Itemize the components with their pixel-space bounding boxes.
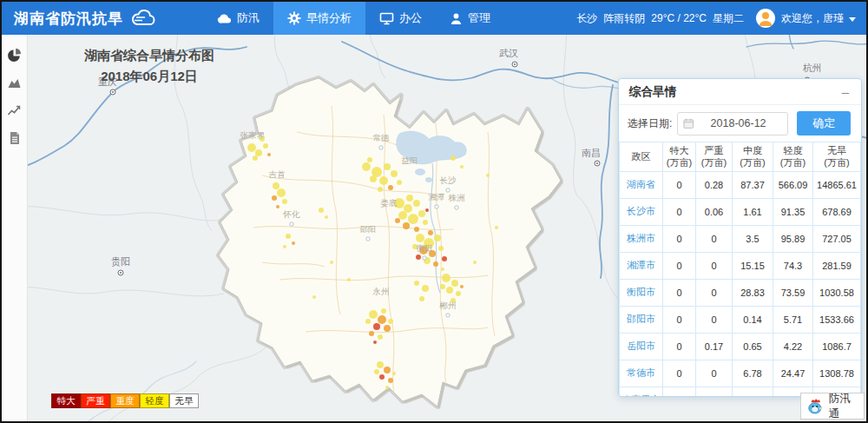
table-header: 政区 特大(万亩) 严重(万亩) 中度(万亩) 轻度(万亩) 无旱(万亩) — [620, 142, 861, 172]
chevron-down-icon[interactable] — [849, 17, 856, 22]
svg-text:湘潭: 湘潭 — [429, 192, 445, 202]
svg-text:株洲: 株洲 — [449, 193, 465, 202]
cell: 0 — [663, 198, 696, 225]
cell: 0 — [663, 171, 696, 198]
app-logo[interactable]: 湖南省防汛抗旱 — [2, 8, 158, 29]
table-row: 湖南省 0 0.28 87.37 566.09 14865.61 — [620, 171, 861, 198]
cell: 24.47 — [773, 360, 813, 387]
report-icon — [9, 131, 21, 145]
tool-area-chart[interactable] — [5, 73, 24, 92]
logo-cloud-icon — [128, 8, 158, 29]
svg-text:邵阳: 邵阳 — [360, 224, 377, 234]
legend-item: 特大 — [51, 393, 81, 408]
cell: 6.78 — [733, 360, 773, 387]
map-title: 湖南省综合旱情分布图 2018年06月12日 — [49, 45, 249, 87]
cell: 3.5 — [733, 225, 773, 252]
city-label: 贵阳 — [111, 256, 130, 267]
cell: 281.59 — [813, 252, 861, 279]
avatar-person-icon — [756, 9, 775, 28]
collapse-button[interactable]: – — [840, 85, 851, 98]
city-marker-icon — [595, 161, 600, 166]
cell: 0 — [696, 225, 733, 252]
svg-text:张家界: 张家界 — [240, 130, 266, 140]
drought-table: 政区 特大(万亩) 严重(万亩) 中度(万亩) 轻度(万亩) 无旱(万亩) 湖南… — [619, 142, 861, 397]
area-chart-icon — [7, 76, 22, 89]
date-input[interactable] — [694, 117, 783, 129]
svg-text:常德: 常德 — [373, 133, 391, 142]
svg-text:永州: 永州 — [372, 287, 390, 296]
cell: 0 — [663, 225, 696, 252]
cloud-icon — [217, 12, 232, 25]
region-link[interactable]: 邵阳市 — [620, 306, 663, 333]
weather-info: 长沙 阵雨转阴 29°C / 22°C 星期二 — [576, 11, 744, 26]
weather-weekday: 星期二 — [713, 11, 744, 26]
cell: 0 — [663, 387, 696, 397]
nav-label: 管理 — [468, 10, 490, 26]
fangxuntong-widget[interactable]: 防汛通 — [800, 393, 865, 420]
cell: 678.69 — [813, 198, 861, 225]
table-row: 邵阳市 0 0 0.14 5.71 1533.66 — [620, 306, 861, 333]
tool-report[interactable] — [5, 129, 24, 148]
confirm-button[interactable]: 确定 — [797, 111, 851, 135]
cell: 14865.61 — [813, 171, 861, 198]
monitor-icon — [379, 11, 394, 25]
nav-item-drought-analysis[interactable]: 旱情分析 — [273, 2, 365, 35]
svg-text:益阳: 益阳 — [402, 155, 418, 165]
cell: 0.06 — [696, 198, 733, 225]
region-link[interactable]: 湘潭市 — [620, 252, 663, 279]
cell: 0 — [696, 279, 733, 306]
col-header-region: 政区 — [620, 142, 663, 172]
composite-drought-panel: 综合旱情 – 选择日期: 确定 政区 特大(万亩) 严重(万亩) — [618, 78, 862, 397]
cell: 5.32 — [733, 387, 773, 397]
cell: 1086.7 — [813, 333, 861, 360]
date-input-box[interactable] — [677, 112, 788, 135]
table-row: 衡阳市 0 0 28.83 73.59 1030.58 — [620, 279, 861, 306]
tool-pie-chart[interactable] — [5, 45, 24, 64]
legend-item: 无旱 — [169, 393, 199, 408]
region-link[interactable]: 岳阳市 — [620, 333, 663, 360]
app-window: 重庆 武汉 贵阳 南昌 杭州 张家界 常德 益阳 吉首 怀化 娄底 长沙 湘潭 — [0, 0, 868, 423]
cell: 73.59 — [773, 279, 813, 306]
table-row: 株洲市 0 0 3.5 95.89 727.05 — [620, 225, 861, 252]
welcome-text[interactable]: 欢迎您，唐瑾 — [781, 11, 844, 26]
cell: 0 — [696, 387, 733, 397]
weather-city: 长沙 — [576, 11, 597, 26]
svg-text:娄底: 娄底 — [381, 198, 398, 208]
svg-text:长沙: 长沙 — [440, 175, 457, 185]
cell: 1533.66 — [813, 306, 861, 333]
nav-label: 防汛 — [237, 10, 260, 26]
cell: 0.65 — [733, 333, 773, 360]
panel-title: 综合旱情 — [629, 84, 840, 100]
left-toolbar — [2, 35, 28, 421]
region-link[interactable]: 湖南省 — [620, 171, 663, 198]
table-row: 岳阳市 0 0.17 0.65 4.22 1086.7 — [620, 333, 861, 360]
cell: 4.22 — [773, 333, 813, 360]
region-link[interactable]: 衡阳市 — [620, 279, 663, 306]
cell: 0.17 — [696, 333, 733, 360]
cell: 15.15 — [733, 252, 773, 279]
gear-icon — [287, 11, 301, 25]
calendar-icon — [683, 117, 694, 129]
cell: 28.83 — [733, 279, 773, 306]
nav-item-office[interactable]: 办公 — [365, 2, 436, 35]
weather-condition: 阵雨转阴 — [603, 11, 645, 26]
cell: 0 — [696, 252, 733, 279]
region-link[interactable]: 张家界市 — [620, 387, 663, 397]
nav-label: 办公 — [399, 10, 422, 26]
table-row: 长沙市 0 0.06 1.61 91.35 678.69 — [620, 198, 861, 225]
map-title-line1: 湖南省综合旱情分布图 — [49, 45, 249, 66]
table-row: 湘潭市 0 0 15.15 74.3 281.59 — [620, 252, 861, 279]
nav-item-admin[interactable]: 管理 — [436, 2, 504, 35]
nav-item-fangxun[interactable]: 防汛 — [203, 2, 273, 35]
region-link[interactable]: 长沙市 — [620, 198, 663, 225]
region-link[interactable]: 株洲市 — [620, 225, 663, 252]
cell: 0 — [663, 306, 696, 333]
cell: 0 — [663, 279, 696, 306]
legend-item: 严重 — [81, 393, 110, 408]
region-link[interactable]: 常德市 — [620, 360, 663, 387]
cell: 727.05 — [813, 225, 861, 252]
date-label: 选择日期: — [628, 116, 672, 131]
trend-line-icon — [7, 104, 22, 116]
tool-trend-line[interactable] — [5, 101, 24, 120]
user-avatar[interactable] — [756, 9, 775, 28]
